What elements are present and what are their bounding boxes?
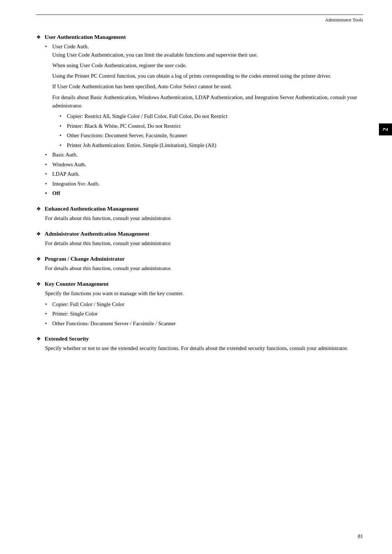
bullet-text: Printer Job Authentication: Entire, Simp… [67, 142, 216, 148]
list-item: Printer Job Authentication: Entire, Simp… [60, 141, 363, 150]
section-enhanced-auth: ❖ Enhanced Authentication Management For… [36, 205, 363, 223]
header-bar: Administrator Tools [36, 17, 363, 23]
list-item: LDAP Auth. [45, 170, 363, 178]
bullet-text: Copier: Restrict All, Single Color / Ful… [67, 113, 228, 119]
side-tab: 2 [379, 123, 392, 135]
diamond-icon-6: ❖ [36, 336, 41, 342]
paragraph-program-change: For details about this function, consult… [45, 264, 363, 273]
bullet-text: Integration Svr. Auth. [52, 181, 99, 187]
list-item-off: Off [45, 189, 363, 197]
page-container: Administrator Tools 2 ❖ User Authenticat… [0, 0, 392, 554]
bullet-text: Windows Auth. [52, 162, 86, 167]
section-admin-auth: ❖ Administrator Authentication Managemen… [36, 231, 363, 248]
bullet-text: Other Functions: Document Server, Facsim… [67, 133, 187, 138]
section-body-extended-security: Specify whether or not to use the extend… [36, 344, 363, 353]
list-item: Basic Auth. [45, 151, 363, 159]
user-auth-bullet-list: User Code Auth. Using User Code Authenti… [45, 42, 363, 197]
section-body-program-change: For details about this function, consult… [36, 264, 363, 273]
section-title-key-counter: Key Counter Management [45, 281, 109, 287]
section-body-user-auth: User Code Auth. Using User Code Authenti… [36, 42, 363, 197]
paragraph: Using User Code Authentication, you can … [52, 51, 363, 59]
paragraph: If User Code Authentication has been spe… [52, 82, 363, 91]
section-heading-key-counter: ❖ Key Counter Management [36, 281, 363, 287]
list-item: Windows Auth. [45, 160, 363, 169]
section-user-auth: ❖ User Authentication Management User Co… [36, 34, 363, 197]
bullet-text: Other Functions: Document Server / Facsi… [52, 321, 176, 326]
bullet-text-bold: Off [52, 190, 60, 196]
page-number: 81 [358, 534, 363, 539]
paragraph-admin-auth: For details about this function, consult… [45, 239, 363, 248]
section-heading-program-change: ❖ Program / Change Administrator [36, 256, 363, 262]
section-heading-user-auth: ❖ User Authentication Management [36, 34, 363, 40]
paragraph: Using the Printer PC Control function, y… [52, 72, 363, 80]
section-extended-security: ❖ Extended Security Specify whether or n… [36, 335, 363, 353]
diamond-icon-3: ❖ [36, 231, 41, 237]
diamond-icon-2: ❖ [36, 206, 41, 212]
diamond-icon-1: ❖ [36, 34, 41, 40]
bullet-text: Printer: Single Color [52, 311, 98, 317]
section-title-user-auth: User Authentication Management [45, 34, 126, 40]
diamond-icon-5: ❖ [36, 281, 41, 287]
diamond-icon-4: ❖ [36, 256, 41, 262]
bullet-text: Copier: Full Color / Single Color [52, 301, 124, 307]
list-item: User Code Auth. Using User Code Authenti… [45, 42, 363, 149]
section-title-enhanced-auth: Enhanced Authentication Management [45, 205, 139, 212]
top-separator [36, 15, 363, 15]
section-title-extended-security: Extended Security [45, 335, 89, 342]
paragraph-extended-security: Specify whether or not to use the extend… [45, 344, 363, 353]
paragraph-enhanced-auth: For details about this function, consult… [45, 214, 363, 223]
bullet-text: User Code Auth. [52, 44, 89, 49]
section-heading-admin-auth: ❖ Administrator Authentication Managemen… [36, 231, 363, 237]
section-body-enhanced-auth: For details about this function, consult… [36, 214, 363, 223]
section-title-program-change: Program / Change Administrator [45, 256, 125, 262]
sub-bullet-list: Copier: Restrict All, Single Color / Ful… [60, 112, 363, 149]
list-item: Printer: Black & White, PC Control, Do n… [60, 122, 363, 130]
paragraph: When using User Code Authentication, reg… [52, 61, 363, 70]
list-item: Other Functions: Document Server, Facsim… [60, 131, 363, 140]
list-item: Printer: Single Color [45, 310, 363, 318]
section-body-admin-auth: For details about this function, consult… [36, 239, 363, 248]
list-item: Copier: Full Color / Single Color [45, 300, 363, 309]
paragraph: For details about Basic Authentication, … [52, 93, 363, 110]
list-item: Integration Svr. Auth. [45, 180, 363, 188]
bullet-text: Printer: Black & White, PC Control, Do n… [67, 123, 181, 129]
bullet-text: LDAP Auth. [52, 171, 79, 177]
section-key-counter: ❖ Key Counter Management Specify the fun… [36, 281, 363, 327]
section-heading-extended-security: ❖ Extended Security [36, 335, 363, 342]
section-title-admin-auth: Administrator Authentication Management [45, 231, 149, 237]
section-program-change-admin: ❖ Program / Change Administrator For det… [36, 256, 363, 273]
header-title: Administrator Tools [325, 17, 363, 23]
section-heading-enhanced-auth: ❖ Enhanced Authentication Management [36, 205, 363, 212]
list-item: Other Functions: Document Server / Facsi… [45, 319, 363, 328]
list-item: Copier: Restrict All, Single Color / Ful… [60, 112, 363, 121]
key-counter-bullet-list: Copier: Full Color / Single Color Printe… [45, 300, 363, 328]
paragraph-key-counter-intro: Specify the functions you want to manage… [45, 289, 363, 298]
bullet-text: Basic Auth. [52, 152, 78, 158]
section-body-key-counter: Specify the functions you want to manage… [36, 289, 363, 327]
